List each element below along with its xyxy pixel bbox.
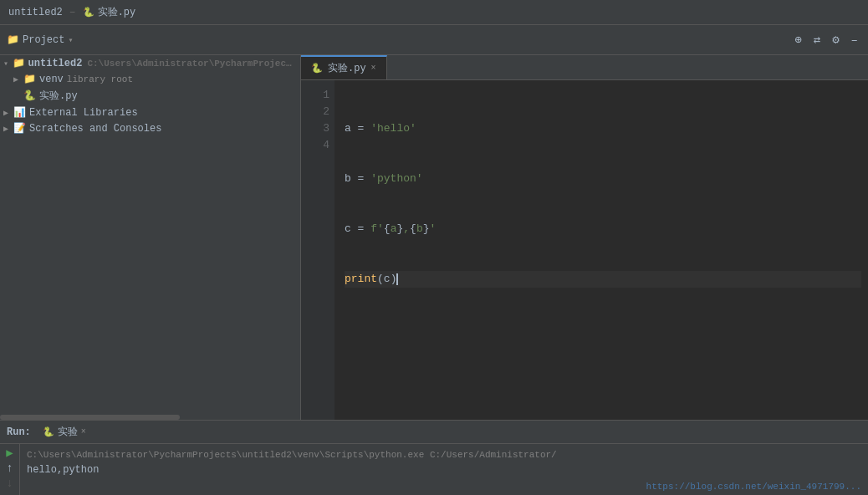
run-panel: Run: 🐍 实验 × ▶ ↑ ↓ ≡ C:\Users\Administrat… xyxy=(0,420,868,495)
sidebar-item-external-libs[interactable]: ▶ 📊 External Libraries xyxy=(0,105,300,120)
project-path: C:\Users\Administrator\PycharmProjects\u… xyxy=(87,59,297,69)
external-libs-icon: 📊 xyxy=(13,106,26,119)
tab-py-icon: 🐍 xyxy=(311,63,323,74)
run-down-button[interactable]: ↓ xyxy=(6,477,13,489)
run-tab-bar: Run: 🐍 实验 × xyxy=(0,421,868,444)
sidebar: ▾ 📁 untitled2 C:\Users\Administrator\Pyc… xyxy=(0,55,301,420)
minimize-icon[interactable]: – xyxy=(848,32,861,48)
run-watermark: https://blog.csdn.net/weixin_4971799... xyxy=(646,482,861,492)
project-root-name: untitled2 xyxy=(28,58,83,69)
main-content: ▾ 📁 untitled2 C:\Users\Administrator\Pyc… xyxy=(0,55,868,420)
sidebar-item-scratches[interactable]: ▶ 📝 Scratches and Consoles xyxy=(0,120,300,136)
run-tab-name: 实验 xyxy=(58,425,78,439)
venv-label: library root xyxy=(67,74,133,84)
run-tab-icon: 🐍 xyxy=(43,426,54,437)
title-file: 🐍 实验.py xyxy=(83,5,136,19)
run-tab[interactable]: 🐍 实验 × xyxy=(38,423,91,441)
py-file-icon: 🐍 xyxy=(23,89,36,102)
gear-icon[interactable]: ⚙ xyxy=(829,31,842,48)
editor-area: 🐍 实验.py × 1 2 3 4 a = 'hello' b = 'pytho… xyxy=(301,55,868,420)
line-num-3: 3 xyxy=(301,120,329,137)
project-name: untitled2 xyxy=(8,7,63,18)
project-folder-icon: 📁 xyxy=(13,57,25,69)
scratches-label: Scratches and Consoles xyxy=(29,123,161,135)
title-filename: 实验.py xyxy=(98,5,136,19)
run-command-line: C:\Users\Administrator\PycharmProjects\u… xyxy=(27,447,861,462)
run-output-area: C:\Users\Administrator\PycharmProjects\u… xyxy=(20,444,868,495)
run-content: ▶ ↑ ↓ ≡ C:\Users\Administrator\PycharmPr… xyxy=(0,444,868,495)
toolbar: 📁 Project ▾ ⊕ ⇄ ⚙ – xyxy=(0,25,868,55)
sidebar-item-py-file[interactable]: 🐍 实验.py xyxy=(0,87,300,105)
run-label: Run: xyxy=(7,426,31,438)
scratches-arrow-icon: ▶ xyxy=(3,124,13,134)
py-file-name: 实验.py xyxy=(39,89,78,103)
venv-folder-icon: 📁 xyxy=(23,73,36,85)
sidebar-item-project-root[interactable]: ▾ 📁 untitled2 C:\Users\Administrator\Pyc… xyxy=(0,55,300,71)
chevron-down-icon[interactable]: ▾ xyxy=(68,35,73,45)
tab-close-button[interactable]: × xyxy=(371,64,376,73)
expand-arrow-icon: ▾ xyxy=(3,59,13,69)
code-line-4: print(c) xyxy=(345,271,861,288)
run-play-button[interactable]: ▶ xyxy=(6,447,13,459)
sync-icon[interactable]: ⇄ xyxy=(810,31,824,48)
external-libs-label: External Libraries xyxy=(29,107,138,119)
ext-libs-arrow-icon: ▶ xyxy=(3,108,13,118)
code-editor[interactable]: 1 2 3 4 a = 'hello' b = 'python' c = f'{… xyxy=(301,80,868,420)
run-up-button[interactable]: ↑ xyxy=(6,462,13,474)
code-line-2: b = 'python' xyxy=(345,171,861,187)
folder-icon: 📁 xyxy=(7,33,19,46)
title-py-icon: 🐍 xyxy=(83,7,94,18)
line-num-2: 2 xyxy=(301,104,329,120)
run-tab-close[interactable]: × xyxy=(81,427,86,436)
venv-expand-arrow-icon: ▶ xyxy=(13,74,23,84)
scratches-icon: 📝 xyxy=(13,122,26,135)
code-line-3: c = f'{a},{b}' xyxy=(345,221,861,237)
editor-tab-file[interactable]: 🐍 实验.py × xyxy=(301,55,387,79)
line-numbers: 1 2 3 4 xyxy=(301,80,334,420)
add-icon[interactable]: ⊕ xyxy=(791,31,804,48)
title-bar: untitled2 – 🐍 实验.py xyxy=(0,0,868,25)
line-num-1: 1 xyxy=(301,87,329,104)
tab-filename: 实验.py xyxy=(328,61,366,75)
venv-name: venv xyxy=(39,74,64,85)
run-output-line: hello,python xyxy=(27,462,861,477)
line-num-4: 4 xyxy=(301,137,329,154)
editor-tab-bar: 🐍 实验.py × xyxy=(301,55,868,80)
project-label: 📁 Project ▾ xyxy=(7,33,73,46)
title-separator: – xyxy=(69,6,76,18)
run-controls: ▶ ↑ ↓ ≡ xyxy=(0,444,20,495)
sidebar-item-venv[interactable]: ▶ 📁 venv library root xyxy=(0,71,300,87)
code-line-1: a = 'hello' xyxy=(345,120,861,137)
code-content[interactable]: a = 'hello' b = 'python' c = f'{a},{b}' … xyxy=(334,80,868,420)
